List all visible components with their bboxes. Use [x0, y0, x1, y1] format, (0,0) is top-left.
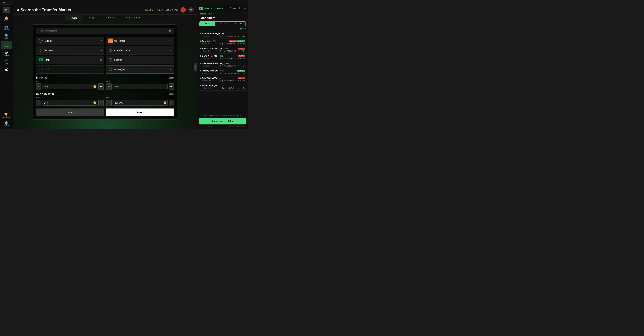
buy-now-max-minus-button[interactable]: − [106, 100, 112, 106]
bid-price-header: Bid Price: Clear [36, 76, 174, 79]
player-badges: SUPPLYPROFIT+ [229, 40, 245, 42]
player-list-item[interactable]: Svenja Huth (85) <~1 min left Buy <4 100… [198, 83, 247, 91]
refresh-icon-button[interactable]: ↻ [188, 7, 194, 13]
player-name: Edin Džeko (88) [202, 77, 217, 79]
brazil-close-icon[interactable]: ✕ [100, 59, 102, 62]
buy-now-min-plus-button[interactable]: + [98, 100, 104, 106]
ut-heroes-close-icon[interactable]: ✕ [169, 39, 172, 43]
player-list-item[interactable]: Cristiano Ronaldo (86) ✓ 49% ~2 mins lef… [198, 61, 247, 68]
stadium-icon: 🏟 [5, 51, 8, 54]
profit-pct: ✓ 6.6% [240, 58, 245, 60]
bid-max-input[interactable] [112, 84, 168, 89]
filter-tab-custom[interactable]: CUSTOM [230, 22, 246, 26]
filter-club[interactable]: Club ▾ [36, 65, 104, 74]
always-check-text: Always double-check the purchase and sal… [200, 114, 246, 116]
player-item-bottom: ~5 mins left Buy <44 500 Sell ~47 250 ✓ … [200, 43, 245, 45]
player-dot [200, 55, 201, 57]
buy-now-min-minus-button[interactable]: − [36, 100, 41, 106]
buy-now-min-input[interactable] [42, 100, 98, 106]
help-link[interactable]: ❓ Help [229, 7, 236, 10]
player-list-item[interactable]: Edin Džeko (88) ✓ 33% SUPPLY <~1 min lef… [198, 76, 247, 83]
game-logo: FC24 [2, 1, 12, 5]
user-link[interactable]: 👤 KTom [238, 7, 246, 10]
player-name-row: Svenja Huth (85) [200, 85, 218, 87]
buy-now-min-coin-icon [94, 101, 96, 104]
bid-min-minus-button[interactable]: − [36, 84, 41, 90]
club-filter-icon [38, 67, 43, 72]
supply-badge: SUPPLY [238, 48, 245, 50]
filter-quality[interactable]: UT Quality ▾ [36, 37, 104, 45]
tab-managers[interactable]: Managers [82, 15, 101, 21]
sidebar-item-stadium[interactable]: 🏟 Stadium [1, 49, 12, 57]
player-dot [200, 48, 201, 49]
collapse-handle[interactable]: ❯ [194, 63, 197, 72]
bid-max-minus-button[interactable]: − [106, 84, 112, 90]
refresh-button[interactable]: ↻ Refresh [236, 28, 246, 30]
player-list-item[interactable]: Saúl (85) ✓ 50% SUPPLYPROFIT+ ~5 mins le… [198, 39, 247, 46]
player-search-input-wrap: 🔍 [36, 28, 174, 34]
sidebar-item-store[interactable]: 🛒 Store [1, 58, 12, 66]
filter-ut-heroes[interactable]: ⚡ UT Heroes ✕ [106, 37, 174, 45]
filter-position[interactable]: Position ▾ [36, 46, 104, 55]
search-inside-icon: 🔍 [169, 30, 172, 33]
sidebar-item-club[interactable]: 🏛 Club [1, 67, 12, 74]
player-list-item[interactable]: Henrikh Mkhitaryan (84) ~5 mins left Buy… [198, 31, 247, 39]
filter-chemistry-style[interactable]: Chemistry Style ▾ [106, 46, 174, 55]
filter-playstyles[interactable]: PlayStyles ▾ [106, 65, 174, 74]
player-list-item[interactable]: Jérémy Doku (81) ✓ 48% PROFIT+ <~1 min l… [198, 68, 247, 76]
profit-badge: PROFIT+ [238, 70, 245, 72]
player-list: Henrikh Mkhitaryan (84) ~5 mins left Buy… [197, 31, 248, 113]
bid-max-plus-button[interactable]: + [169, 84, 174, 90]
player-item-bottom: <~1 min left Buy <21 500 Sell ~23 250 ✓ … [200, 80, 245, 82]
filter-tab-preset[interactable]: PRESET [215, 22, 230, 26]
tab-consumables[interactable]: Consumables [122, 15, 145, 21]
svg-point-3 [40, 49, 41, 50]
tab-players[interactable]: Players [65, 15, 82, 21]
player-item-top: Jérémy Doku (81) ✓ 48% PROFIT+ [200, 70, 245, 72]
load-selected-filter-button[interactable]: Load selected filter [200, 118, 246, 124]
filter-league[interactable]: League ▾ [106, 56, 174, 64]
player-prices: Buy <58 000 Sell ~62 500 ✓ 7.2% [220, 73, 245, 74]
player-name-input[interactable] [36, 28, 174, 34]
player-list-item[interactable]: David Neres (83) ✓ 57% SUPPLY ~4 mins le… [198, 54, 247, 61]
page-title: Search the Transfer Market [20, 8, 71, 12]
supply-badge: SUPPLY [238, 55, 245, 57]
search-form: 🔍 UT [32, 24, 177, 120]
profit-pct: ✓ 6.4% [240, 35, 245, 37]
bid-min-input[interactable] [42, 84, 98, 89]
sidebar-item-settings[interactable]: ⚙️ Settings [1, 120, 12, 128]
buy-now-max-input[interactable] [112, 100, 168, 106]
sidebar-item-home[interactable]: 🏠 Home [1, 15, 12, 23]
player-item-top: Henrikh Mkhitaryan (84) [200, 33, 245, 35]
player-time: <~1 min left [202, 87, 210, 89]
player-list-item[interactable]: Anderson Talisca (84) ✓ 34% SUPPLY ~5 mi… [198, 46, 247, 54]
quality-shield-icon: UT [38, 39, 43, 43]
player-time: ~5 mins left [202, 50, 210, 52]
refresh-row: ↻ Refresh [197, 28, 248, 31]
simple-trader-logo: SIMPLE TRADER [200, 7, 223, 10]
back-button[interactable]: ◀ [16, 8, 18, 12]
filter-brazil[interactable]: Brazil ✕ [36, 56, 104, 64]
load-filters-title: Load filters [197, 16, 248, 22]
playstyles-arrow-icon: ▾ [170, 68, 172, 71]
bid-min-plus-button[interactable]: + [98, 84, 104, 90]
back-to-search-link[interactable]: Back to search [197, 11, 248, 16]
sbc-icon: 🔷 [4, 34, 8, 37]
tab-club-items[interactable]: Club Items [102, 15, 122, 21]
buy-now-clear-button[interactable]: Clear [169, 93, 174, 95]
store-icon: 🛒 [4, 59, 8, 63]
simple-trader-header: SIMPLE TRADER ❓ Help 👤 KTom [197, 5, 248, 11]
quality-label: Quality [45, 40, 101, 42]
sidebar-item-transfers[interactable]: ↔ Transfers [1, 41, 12, 49]
buy-now-max-plus-button[interactable]: + [169, 100, 174, 106]
bid-price-row: Min: − + [36, 81, 174, 90]
sidebar-item-sbc[interactable]: 🔷 SBC [1, 32, 12, 40]
sidebar-item-leaderboards[interactable]: 🏆 Leaderboards [1, 111, 12, 119]
bid-price-clear-button[interactable]: Clear [169, 77, 174, 79]
reset-button[interactable]: Reset [36, 109, 104, 116]
filter-tab-live[interactable]: LIVE [200, 22, 215, 26]
search-button[interactable]: Search [106, 109, 174, 116]
sidebar-item-squads[interactable]: 👥 Squads [1, 24, 12, 32]
top-bar: FC24 [0, 0, 248, 5]
playstyles-label: PlayStyles [114, 68, 170, 71]
